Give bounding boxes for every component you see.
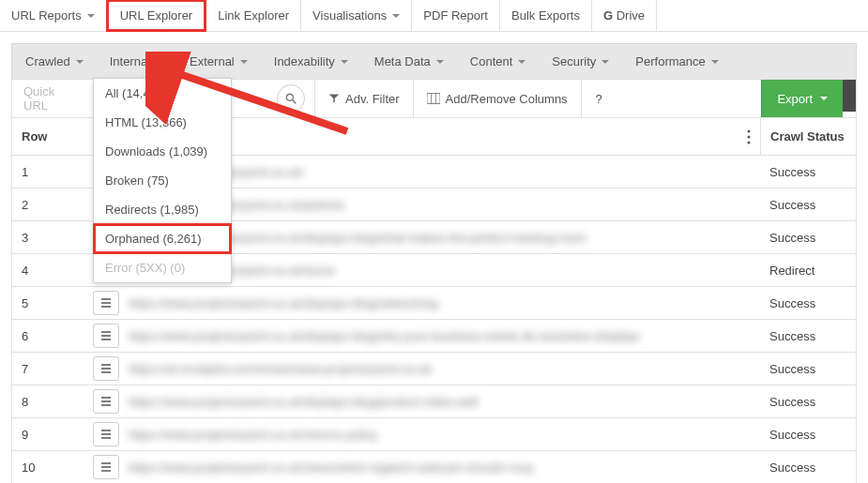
caret-down-icon — [820, 97, 828, 100]
dropdown-item[interactable]: Broken (75) — [94, 166, 231, 195]
hamburger-icon — [99, 395, 113, 408]
caret-down-icon — [518, 60, 525, 64]
caret-down-icon — [341, 60, 348, 64]
caret-down-icon — [87, 14, 95, 18]
row-url[interactable]: https://www.projectorpoint.co.uk/display… — [129, 395, 760, 408]
filter-tab-content[interactable]: Content — [457, 44, 540, 79]
row-status: Success — [760, 362, 856, 376]
svg-point-5 — [748, 129, 751, 132]
svg-rect-2 — [427, 94, 440, 104]
row-status: Success — [760, 395, 856, 409]
nav-link-explorer[interactable]: Link Explorer — [206, 0, 301, 31]
dropdown-item[interactable]: All (14,405) — [94, 79, 231, 108]
table-row: 5https://www.projectorpoint.co.uk/displa… — [12, 287, 856, 320]
export-label: Export — [777, 92, 813, 106]
header-row[interactable]: Row — [12, 118, 93, 155]
nav-url-explorer[interactable]: URL Explorer — [106, 0, 207, 32]
caret-down-icon — [156, 60, 163, 64]
nav-bulk-exports[interactable]: Bulk Exports — [500, 0, 592, 31]
hamburger-icon — [99, 329, 113, 342]
column-options-button[interactable] — [738, 118, 760, 155]
row-menu-button[interactable] — [93, 422, 119, 446]
nav-label: Bulk Exports — [511, 8, 580, 23]
dropdown-item[interactable]: Downloads (1,039) — [94, 137, 231, 166]
dropdown-item: Error (5XX) (0) — [94, 253, 231, 282]
row-number: 4 — [12, 264, 93, 278]
row-status: Success — [760, 329, 856, 343]
caret-down-icon — [436, 60, 444, 64]
search-button[interactable] — [277, 84, 305, 113]
dropdown-item[interactable]: HTML (13,366) — [94, 108, 231, 137]
row-number: 1 — [12, 165, 93, 179]
table-row: 9https://www.projectorpoint.co.uk/return… — [12, 418, 856, 451]
filter-tab-performance[interactable]: Performance — [622, 44, 731, 79]
filter-tab-external[interactable]: External — [176, 44, 261, 79]
scrollbar[interactable] — [843, 80, 856, 112]
filter-tab-label: Security — [552, 54, 596, 68]
hamburger-icon — [99, 296, 113, 309]
filter-tab-security[interactable]: Security — [539, 44, 622, 79]
hamburger-icon — [99, 428, 113, 441]
quick-url-input[interactable]: Quick URL — [12, 84, 70, 113]
export-button[interactable]: Export — [761, 80, 843, 117]
caret-down-icon — [392, 14, 400, 18]
table-row: 7https://uk.trustpilot.com/review/www.pr… — [12, 353, 856, 385]
row-status: Success — [760, 231, 856, 245]
row-url[interactable]: https://www.projectorpoint.co.uk/returns… — [129, 428, 760, 441]
row-status: Success — [760, 165, 856, 179]
nav-g-drive[interactable]: G Drive — [592, 0, 657, 31]
filter-tab-meta-data[interactable]: Meta Data — [361, 44, 457, 79]
row-menu-button[interactable] — [93, 291, 119, 315]
caret-down-icon — [76, 60, 84, 64]
nav-label: Link Explorer — [218, 8, 289, 23]
nav-label: Visualisations — [312, 8, 387, 23]
search-icon — [284, 92, 297, 105]
top-nav: URL ReportsURL ExplorerLink ExplorerVisu… — [0, 0, 868, 32]
dropdown-item[interactable]: Redirects (1,985) — [94, 195, 231, 224]
filter-tab-label: Content — [470, 54, 513, 68]
filter-tab-label: External — [190, 54, 235, 68]
row-number: 8 — [12, 395, 93, 409]
filter-tab-label: Crawled — [25, 54, 70, 68]
nav-visualisations[interactable]: Visualisations — [301, 0, 412, 31]
add-remove-columns-button[interactable]: Add/Remove Columns — [413, 80, 581, 117]
row-number: 2 — [12, 198, 93, 212]
columns-icon — [427, 93, 440, 104]
nav-pdf-report[interactable]: PDF Report — [412, 0, 500, 31]
table-row: 6https://www.projectorpoint.co.uk/displa… — [12, 320, 856, 353]
nav-label: PDF Report — [423, 8, 488, 23]
row-menu-button[interactable] — [93, 389, 119, 414]
row-menu-button[interactable] — [93, 356, 119, 381]
row-url[interactable]: https://www.projectorpoint.co.uk/display… — [129, 329, 760, 342]
row-menu-button[interactable] — [93, 324, 119, 348]
filter-tab-label: Meta Data — [374, 54, 431, 68]
row-url[interactable]: https://www.projectorpoint.co.uk/display… — [129, 296, 760, 309]
table-row: 8https://www.projectorpoint.co.uk/displa… — [12, 385, 856, 418]
svg-point-0 — [286, 94, 293, 100]
filter-tab-label: Indexability — [274, 54, 335, 68]
filter-tab-indexability[interactable]: Indexability — [261, 44, 361, 79]
help-button[interactable]: ? — [581, 80, 617, 117]
row-status: Success — [760, 198, 856, 212]
funnel-icon — [328, 93, 340, 104]
nav-url-reports[interactable]: URL Reports — [0, 0, 107, 31]
svg-line-1 — [293, 100, 297, 104]
nav-label: URL Explorer — [120, 8, 193, 23]
filter-tab-crawled[interactable]: Crawled — [12, 44, 97, 79]
row-url[interactable]: https://uk.trustpilot.com/review/www.pro… — [129, 362, 760, 375]
header-crawl-status[interactable]: Crawl Status — [760, 118, 856, 155]
row-menu-button[interactable] — [93, 455, 119, 479]
filter-tab-label: Internal — [110, 54, 150, 68]
row-status: Success — [760, 428, 856, 442]
row-status: Redirect — [760, 264, 856, 278]
row-url[interactable]: https://www.projectorpoint.co.uk/news/wh… — [129, 460, 760, 474]
dropdown-item[interactable]: Orphaned (6,261) — [93, 223, 232, 254]
kebab-icon — [747, 129, 751, 144]
row-number: 6 — [12, 329, 93, 343]
caret-down-icon — [711, 60, 719, 64]
nav-label: URL Reports — [11, 8, 82, 23]
filter-tab-internal[interactable]: Internal — [97, 44, 176, 79]
table-row: 10https://www.projectorpoint.co.uk/news/… — [12, 451, 856, 483]
filter-tab-label: Performance — [635, 54, 705, 68]
adv-filter-button[interactable]: Adv. Filter — [314, 80, 413, 117]
